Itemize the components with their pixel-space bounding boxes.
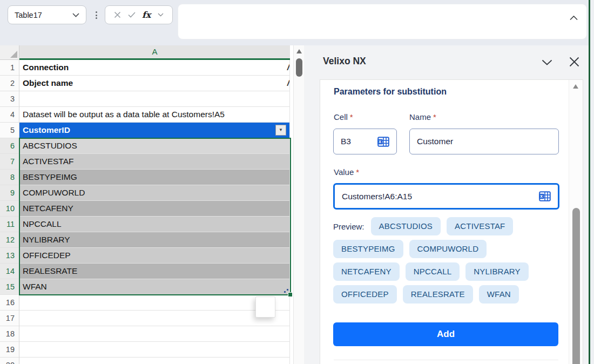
cell-A9[interactable]: COMPUWORLD	[19, 185, 289, 201]
floating-options-box[interactable]	[255, 296, 275, 318]
range-picker-icon[interactable]: x	[377, 137, 389, 147]
value-field[interactable]: Customers!A6:A15 x	[333, 183, 559, 210]
cell-field-value: B3	[341, 137, 351, 146]
insert-function-button[interactable]: fx	[142, 10, 151, 20]
cell-text: WFAN	[23, 282, 47, 291]
sheet-scrollbar[interactable]	[293, 45, 304, 364]
name-box[interactable]: Table17	[8, 5, 86, 24]
add-button[interactable]: Add	[333, 322, 558, 346]
preview-chip[interactable]: COMPUWORLD	[409, 240, 487, 258]
row-header-2[interactable]: 2	[0, 76, 19, 91]
pane-title: Velixo NX	[323, 56, 366, 67]
corner-triangle-icon	[10, 51, 17, 58]
formula-input[interactable]	[178, 4, 586, 39]
cell-A7[interactable]: ACTIVESTAF	[19, 154, 289, 170]
preview-chip[interactable]: ABCSTUDIOS	[371, 217, 441, 235]
chevron-down-icon[interactable]	[542, 59, 552, 65]
row-header-16[interactable]: 16	[0, 295, 19, 311]
value-field-value: Customers!A6:A15	[342, 192, 412, 201]
cell-A6[interactable]: ABCSTUDIOS	[19, 138, 289, 154]
cell-A15[interactable]: WFAN	[19, 279, 289, 295]
row-header-6[interactable]: 6	[0, 138, 19, 154]
row-header-15[interactable]: 15	[0, 279, 19, 295]
cell-A11[interactable]: NPCCALL	[19, 217, 289, 232]
cell-A13[interactable]: OFFICEDEP	[19, 248, 289, 264]
row-header-18[interactable]: 18	[0, 326, 19, 342]
preview-chip[interactable]: BESTYPEIMG	[333, 240, 403, 258]
range-picker-icon[interactable]: x	[539, 191, 551, 201]
scroll-up-arrow-icon[interactable]	[296, 49, 302, 53]
chip-row: Preview:ABCSTUDIOSACTIVESTAF	[333, 217, 568, 235]
preview-chip[interactable]: NETCAFENY	[333, 262, 400, 281]
row-header-9[interactable]: 9	[0, 185, 19, 201]
cell-A19[interactable]	[19, 342, 289, 358]
chevron-down-icon[interactable]	[158, 13, 164, 17]
row-header-8[interactable]: 8	[0, 170, 19, 185]
row-header-19[interactable]: 19	[0, 342, 19, 358]
row-header-1[interactable]: 1	[0, 60, 19, 76]
fill-handle[interactable]	[288, 292, 293, 297]
kebab-menu-icon[interactable]	[93, 10, 99, 21]
preview-chip[interactable]: ACTIVESTAF	[447, 217, 513, 235]
row-header-3[interactable]: 3	[0, 91, 19, 107]
name-field-value: Customer	[417, 137, 453, 146]
cell-A20[interactable]	[19, 358, 289, 364]
cell-A1[interactable]: Connection/	[19, 60, 289, 76]
formula-bar: Table17 fx	[0, 0, 594, 45]
name-field[interactable]: Customer	[409, 129, 559, 154]
preview-chip[interactable]: WFAN	[479, 285, 519, 304]
sheet-scrollbar-thumb[interactable]	[296, 58, 302, 77]
scroll-up-arrow-icon[interactable]	[573, 84, 578, 89]
row-header-12[interactable]: 12	[0, 232, 19, 248]
preview-chip[interactable]: OFFICEDEP	[333, 285, 397, 304]
cell-text: BESTYPEIMG	[23, 172, 77, 181]
row-header-10[interactable]: 10	[0, 201, 19, 217]
cell-A17[interactable]	[19, 311, 289, 326]
cell-text: REALESRATE	[23, 266, 77, 275]
required-mark: *	[356, 167, 359, 177]
cell-text: NYLIBRARY	[23, 235, 70, 244]
cell-A5[interactable]: CustomerID▼	[19, 123, 289, 138]
cell-A8[interactable]: BESTYPEIMG	[19, 170, 289, 185]
cell-A18[interactable]	[19, 326, 289, 342]
collapse-formula-bar-icon[interactable]	[570, 13, 578, 23]
pane-scrollbar-thumb[interactable]	[572, 208, 580, 364]
preview-chip[interactable]: REALESRATE	[403, 285, 473, 304]
pane-content-card: Parameters for substitution Cell* Name* …	[320, 79, 583, 364]
pane-scrollbar[interactable]	[569, 80, 583, 364]
cell-text: COMPUWORLD	[23, 188, 85, 197]
close-icon[interactable]	[569, 57, 579, 67]
cancel-icon[interactable]	[114, 11, 121, 18]
confirm-icon[interactable]	[128, 12, 136, 18]
preview-chip[interactable]: NPCCALL	[406, 262, 460, 281]
cell-text: NETCAFENY	[23, 204, 73, 213]
cell-field[interactable]: B3 x	[333, 129, 397, 154]
column-header-A[interactable]: A	[19, 45, 290, 60]
preview-chip[interactable]: NYLIBRARY	[465, 262, 529, 281]
cell-A14[interactable]: REALESRATE	[19, 264, 289, 279]
clipped-text-fragment: /	[287, 76, 289, 91]
selection-corner-dot	[287, 289, 288, 291]
cell-A4[interactable]: Dataset will be output as a data table a…	[19, 107, 289, 123]
cell-A12[interactable]: NYLIBRARY	[19, 232, 289, 248]
divider	[334, 360, 558, 360]
cell-A2[interactable]: Object name/	[19, 76, 289, 91]
row-header-13[interactable]: 13	[0, 248, 19, 264]
cell-A3[interactable]	[19, 91, 289, 107]
cell-text: ACTIVESTAF	[23, 157, 73, 166]
chevron-down-icon[interactable]	[72, 13, 79, 17]
preview-chip-rows: Preview:ABCSTUDIOSACTIVESTAFBESTYPEIMGCO…	[333, 217, 568, 308]
row-header-4[interactable]: 4	[0, 107, 19, 123]
row-header-5[interactable]: 5	[0, 123, 19, 138]
row-header-7[interactable]: 7	[0, 154, 19, 170]
filter-dropdown-button[interactable]: ▼	[275, 125, 286, 136]
row-header-14[interactable]: 14	[0, 264, 19, 279]
cell-text: CustomerID	[23, 125, 70, 134]
value-field-label: Value*	[334, 167, 359, 177]
row-header-11[interactable]: 11	[0, 217, 19, 232]
row-header-17[interactable]: 17	[0, 311, 19, 326]
cell-A16[interactable]	[19, 295, 289, 311]
select-all-button[interactable]	[0, 45, 19, 60]
row-header-20[interactable]: 20	[0, 358, 19, 364]
cell-A10[interactable]: NETCAFENY	[19, 201, 289, 217]
